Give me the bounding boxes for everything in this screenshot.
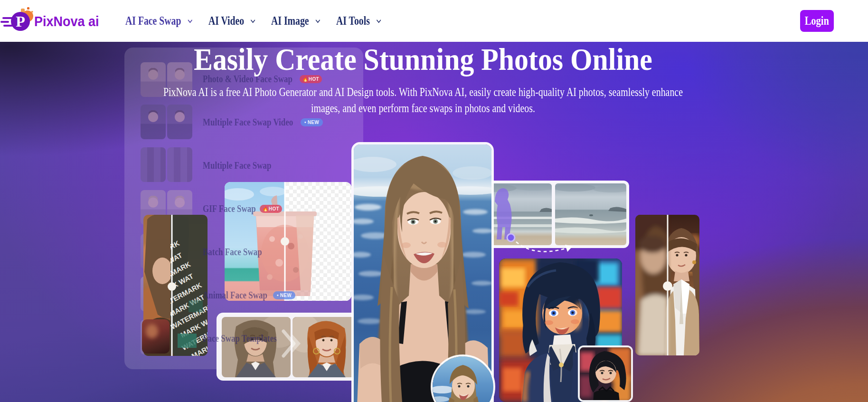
svg-text:P: P bbox=[16, 13, 25, 30]
svg-text:PixNova ai: PixNova ai bbox=[34, 14, 99, 29]
